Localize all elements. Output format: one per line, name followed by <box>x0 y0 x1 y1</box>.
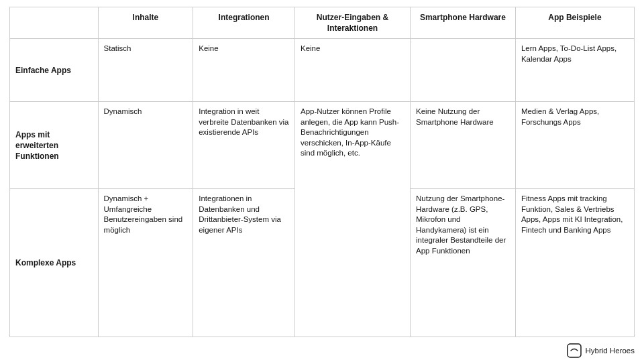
table-header-row: Inhalte Integrationen Nutzer-Eingaben & … <box>10 7 635 39</box>
header-smartphone-hardware: Smartphone Hardware <box>411 7 516 39</box>
row-label-komplex: Komplexe Apps <box>10 189 99 337</box>
header-inhalte: Inhalte <box>98 7 193 39</box>
row-label-einfache: Einfache Apps <box>10 39 99 102</box>
header-app-beispiele: App Beispiele <box>515 7 634 39</box>
cell-einfache-nutzer: Keine <box>295 39 411 102</box>
cell-erweitert-integ: Integration in weit verbreite Datenbanke… <box>193 102 295 189</box>
cell-komplex-smart: Nutzung der Smartphone-Hardware (z.B. GP… <box>411 189 516 337</box>
cell-komplex-integ: Integrationen in Datenbanken und Drittan… <box>193 189 295 337</box>
header-nutzer-eingaben: Nutzer-Eingaben & Interaktionen <box>295 7 411 39</box>
cell-komplex-app: Fitness Apps mit tracking Funktion, Sale… <box>515 189 634 337</box>
cell-erweitert-app: Medien & Verlag Apps, Forschungs Apps <box>515 102 634 189</box>
table-row: Apps mit erweiterten Funktionen Dynamisc… <box>10 102 635 189</box>
cell-einfache-app: Lern Apps, To-Do-List Apps, Kalendar App… <box>515 39 634 102</box>
header-col0 <box>10 7 99 39</box>
comparison-table: Inhalte Integrationen Nutzer-Eingaben & … <box>9 7 635 337</box>
logo-text: Hybrid Heroes <box>586 347 635 355</box>
main-table-container: Inhalte Integrationen Nutzer-Eingaben & … <box>0 0 644 340</box>
cell-erweitert-inhalte: Dynamisch <box>98 102 193 189</box>
cell-einfache-smart <box>411 39 516 102</box>
cell-einfache-inhalte: Statisch <box>98 39 193 102</box>
footer: Hybrid Heroes <box>0 340 644 362</box>
cell-erweitert-smart: Keine Nutzung der Smartphone Hardware <box>411 102 516 189</box>
hybrid-heroes-icon <box>567 343 582 358</box>
svg-rect-0 <box>568 344 581 357</box>
cell-erweitert-nutzer: App-Nutzer können Profile anlegen, die A… <box>295 102 411 337</box>
row-label-erweitert: Apps mit erweiterten Funktionen <box>10 102 99 189</box>
table-row: Einfache Apps Statisch Keine Keine Lern … <box>10 39 635 102</box>
cell-komplex-inhalte: Dynamisch + Umfangreiche Benutzereingabe… <box>98 189 193 337</box>
cell-einfache-integ: Keine <box>193 39 295 102</box>
header-integrationen: Integrationen <box>193 7 295 39</box>
